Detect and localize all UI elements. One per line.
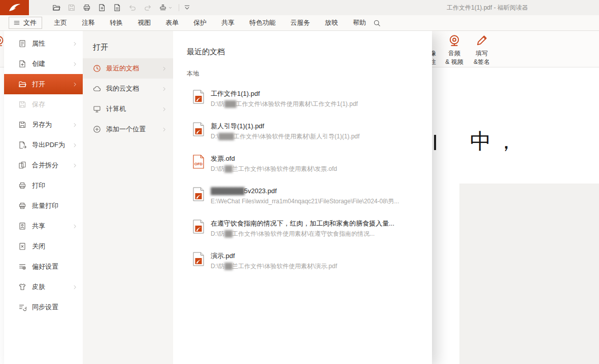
fill-sign-button[interactable]: 填写 &签名 <box>467 33 496 65</box>
close-doc-icon <box>18 242 26 250</box>
file-menu-item-skin[interactable]: 皮肤 <box>4 277 83 297</box>
menubar: 文件 主页注释转换视图表单保护共享特色功能云服务放映帮助 <box>0 15 599 31</box>
ofd-file-icon: OFD <box>193 155 204 169</box>
window-title: 工作文件1(1).pdf - 福昕阅读器 <box>391 4 584 12</box>
recent-doc-row[interactable]: 工作文件1(1).pdfD:\防███工作文件\体验软件使用素材\工作文件1(1… <box>187 85 432 117</box>
open-submenu: 打开 最近的文档我的云文档计算机添加一个位置 <box>83 31 173 364</box>
audio-video-button[interactable]: 音频 & 视频 <box>440 33 469 65</box>
add-place-icon <box>93 125 101 133</box>
file-menu-item-create[interactable]: 创建 <box>4 54 83 74</box>
convert-pdf-icon[interactable] <box>113 4 121 12</box>
webcam-icon <box>448 33 461 48</box>
redacted-text: ██ <box>224 263 232 270</box>
open-submenu-item-computer[interactable]: 计算机 <box>83 99 173 119</box>
file-menu-item-combine-split[interactable]: 合并拆分 <box>4 155 83 175</box>
file-menu-items: 属性创建打开保存另存为导出PDF为合并拆分打印批量打印共享关闭偏好设置皮肤同步设… <box>4 31 83 364</box>
fill-sign-label-line1: 填写 <box>476 50 488 57</box>
foxit-reader-window: 工作文件1(1).pdf - 福昕阅读器 文件 主页注释转换视图表单保护共享特色… <box>0 0 599 364</box>
recent-doc-row[interactable]: 新人引导(1)(1).pdfD:\████工作文件\体验软件使用素材\新人引导(… <box>187 117 432 150</box>
stamp-tool-icon[interactable] <box>159 4 173 12</box>
menu-tab[interactable]: 注释 <box>82 18 95 27</box>
pdf-file-icon <box>193 187 204 201</box>
file-menu-item-open[interactable]: 打开 <box>4 74 83 94</box>
doc-path: E:\WeChat Files\wxid_rra1m04nqaqc21\File… <box>211 198 399 205</box>
printer-icon <box>18 181 26 190</box>
clock-icon <box>93 64 101 72</box>
file-menu-button-label: 文件 <box>23 18 37 27</box>
batch-print-icon <box>18 202 26 210</box>
audio-video-label-line1: 音频 <box>448 50 460 57</box>
document-visible-text: 中， <box>470 127 521 156</box>
recent-doc-row[interactable]: 在遵守饮食指南的情况下，红肉，加工肉和家禽的膳食摄入量...D:\防██工作文件… <box>187 214 432 247</box>
chevron-right-icon <box>161 86 167 92</box>
redacted-text: ██ <box>224 230 232 237</box>
chevron-right-icon <box>72 224 78 229</box>
file-menu-item-preferences[interactable]: 偏好设置 <box>4 257 83 277</box>
sync-icon <box>18 303 26 311</box>
redacted-text: ████████ <box>211 187 244 195</box>
chevron-right-icon <box>72 163 78 168</box>
open-file-icon[interactable] <box>52 4 60 12</box>
chevron-right-icon <box>72 82 78 87</box>
recent-doc-list: 工作文件1(1).pdfD:\防███工作文件\体验软件使用素材\工作文件1(1… <box>187 85 432 279</box>
search-icon[interactable] <box>373 19 381 27</box>
redacted-text: ████ <box>218 133 234 140</box>
menu-tab[interactable]: 放映 <box>325 18 338 27</box>
file-menu-button[interactable]: 文件 <box>9 17 42 29</box>
menu-tab[interactable]: 帮助 <box>353 18 366 27</box>
document-partial-character <box>434 135 436 150</box>
open-submenu-item-label: 计算机 <box>106 104 126 114</box>
create-pdf-icon[interactable] <box>98 4 106 12</box>
computer-icon <box>93 105 101 113</box>
recent-docs-panel: 最近的文档 本地 工作文件1(1).pdfD:\防███工作文件\体验软件使用素… <box>173 31 432 364</box>
menu-tab[interactable]: 主页 <box>54 18 67 27</box>
chevron-right-icon <box>161 106 167 112</box>
doc-path: D:\防███工作文件\体验软件使用素材\工作文件1(1).pdf <box>211 100 358 108</box>
recent-docs-title: 最近的文档 <box>187 47 432 57</box>
menu-tab[interactable]: 转换 <box>110 18 123 27</box>
open-submenu-item-label: 最近的文档 <box>106 64 139 73</box>
recent-doc-row[interactable]: 演示.pdfD:\防██兰工作文件\体验软件使用素材\演示.pdf <box>187 247 432 279</box>
file-menu-item-batch-print[interactable]: 批量打印 <box>4 196 83 216</box>
menu-tab[interactable]: 表单 <box>165 18 179 27</box>
chevron-right-icon <box>161 66 167 71</box>
file-menu-item-label: 皮肤 <box>32 282 45 292</box>
chevron-down-icon <box>168 6 173 10</box>
toolbar-separator <box>179 4 179 11</box>
foxit-logo-icon[interactable] <box>0 0 29 15</box>
recent-doc-row[interactable]: OFD发票.ofdD:\防██兰工作文件\体验软件使用素材\发票.ofd <box>187 150 432 182</box>
file-menu-item-export-pdf[interactable]: 导出PDF为 <box>4 135 83 155</box>
open-submenu-item-recent-documents[interactable]: 最近的文档 <box>83 58 173 79</box>
print-icon[interactable] <box>83 4 91 12</box>
file-menu-item-share[interactable]: 共享 <box>4 216 83 236</box>
menu-tab[interactable]: 云服务 <box>290 18 310 27</box>
open-submenu-item-my-cloud-documents[interactable]: 我的云文档 <box>83 79 173 99</box>
customize-toolbar-icon[interactable] <box>183 4 191 12</box>
open-panel-title: 打开 <box>93 43 173 52</box>
menu-tab[interactable]: 特色功能 <box>249 18 276 27</box>
recent-doc-row[interactable]: ████████5v2023.pdfE:\WeChat Files\wxid_r… <box>187 182 432 214</box>
open-submenu-item-label: 我的云文档 <box>106 84 139 93</box>
svg-text:OFD: OFD <box>194 162 203 166</box>
menu-tab[interactable]: 保护 <box>193 18 207 27</box>
file-menu-item-sync-settings[interactable]: 同步设置 <box>4 297 83 317</box>
doc-name: 发票.ofd <box>211 154 337 163</box>
local-section-label: 本地 <box>187 69 432 78</box>
doc-path: D:\防██兰工作文件\体验软件使用素材\演示.pdf <box>211 263 337 270</box>
file-menu-item-print[interactable]: 打印 <box>4 175 83 196</box>
file-menu-item-save-as[interactable]: 另存为 <box>4 115 83 135</box>
file-menu-item-label: 另存为 <box>32 120 52 129</box>
menu-tab[interactable]: 视图 <box>138 18 151 27</box>
file-menu-item-close[interactable]: 关闭 <box>4 236 83 257</box>
doc-path: D:\防██兰工作文件\体验软件使用素材\发票.ofd <box>211 165 337 173</box>
file-menu-item-label: 属性 <box>32 39 45 48</box>
file-menu-item-properties[interactable]: 属性 <box>4 33 83 54</box>
file-menu-item-label: 合并拆分 <box>32 161 58 170</box>
redacted-text: ███ <box>224 100 236 107</box>
open-submenu-item-add-a-place[interactable]: 添加一个位置 <box>83 119 173 139</box>
file-menu-item-label: 偏好设置 <box>32 262 58 271</box>
properties-icon <box>18 40 26 48</box>
menu-tab[interactable]: 共享 <box>221 18 235 27</box>
doc-path: D:\████工作文件\体验软件使用素材\新人引导(1)(1).pdf <box>211 133 359 140</box>
doc-name: 新人引导(1)(1).pdf <box>211 122 359 130</box>
